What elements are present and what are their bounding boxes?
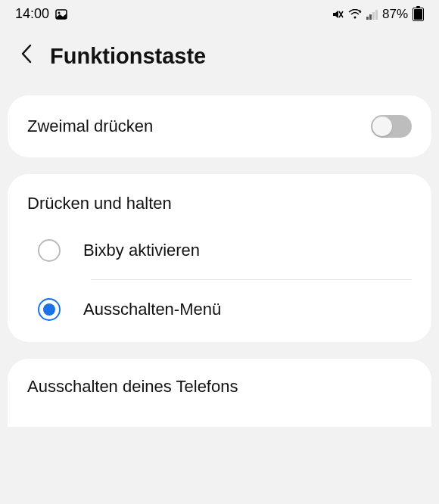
radio-label: Ausschalten-Menü — [83, 300, 221, 319]
status-time: 14:00 — [15, 6, 49, 22]
page-header: Funktionstaste — [0, 26, 439, 95]
battery-percent: 87% — [382, 7, 408, 22]
radio-icon — [38, 298, 61, 321]
press-hold-card: Drücken und halten Bixby aktivieren Auss… — [8, 174, 431, 342]
radio-icon — [38, 239, 61, 262]
svg-text:6: 6 — [359, 9, 362, 14]
double-press-card: Zweimal drücken — [8, 95, 431, 157]
press-hold-title: Drücken und halten — [8, 177, 431, 221]
page-title: Funktionstaste — [50, 44, 206, 69]
double-press-label: Zweimal drücken — [27, 117, 153, 136]
battery-icon — [413, 8, 424, 21]
back-icon[interactable] — [20, 43, 33, 70]
mute-icon — [332, 8, 344, 20]
radio-option-bixby[interactable]: Bixby aktivieren — [8, 221, 431, 280]
radio-label: Bixby aktivieren — [83, 241, 200, 260]
svg-point-4 — [353, 16, 356, 18]
svg-point-1 — [58, 11, 61, 14]
power-off-title: Ausschalten deines Telefons — [27, 377, 412, 397]
status-bar: 14:00 6 87% — [0, 0, 439, 26]
double-press-toggle[interactable] — [371, 115, 412, 138]
power-off-section[interactable]: Ausschalten deines Telefons — [8, 359, 431, 427]
picture-icon — [55, 8, 67, 20]
radio-option-poweroff[interactable]: Ausschalten-Menü — [8, 280, 431, 339]
signal-icon — [366, 9, 378, 20]
double-press-row[interactable]: Zweimal drücken — [8, 98, 431, 154]
wifi-icon: 6 — [348, 9, 362, 20]
toggle-knob — [372, 117, 392, 136]
